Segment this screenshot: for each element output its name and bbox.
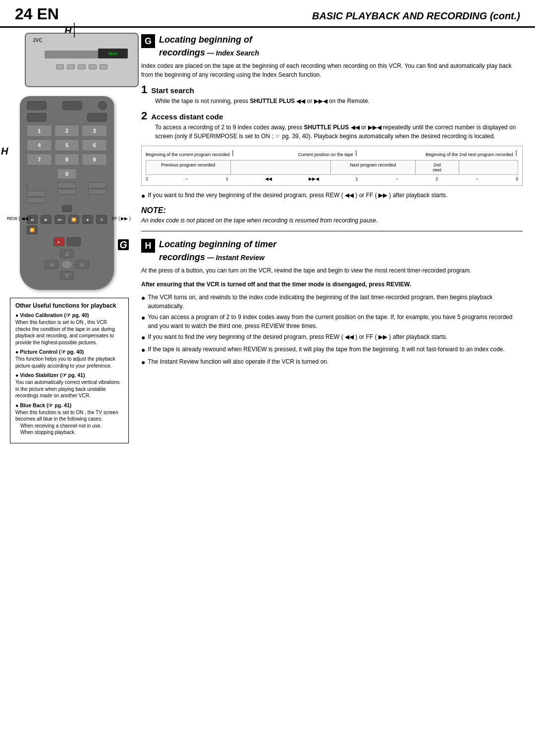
remote-num-2[interactable]: 2 xyxy=(54,125,80,137)
remote-top-btn-1 xyxy=(27,101,47,110)
sidebar-section-3: ● Video Stabilizer (☞ pg. 41) You can au… xyxy=(15,372,123,399)
prev-btn[interactable]: ⏪ xyxy=(68,215,79,224)
step-2-title: Access distant code xyxy=(151,112,223,121)
sidebar-section-1-body: When this function is set to ON , this V… xyxy=(15,319,123,346)
section-g-bullet1: ● If you want to find the very beginning… xyxy=(141,191,523,201)
remote-misc-btn[interactable] xyxy=(67,237,81,246)
remote-nav: △ ◁ ▷ ▽ xyxy=(27,249,107,280)
section-g-header: G Locating beginning of recordings — Ind… xyxy=(141,33,523,58)
vcr-button xyxy=(100,64,107,69)
remote-transport-buttons: ⏮ ▶ ⏭ ⏪ ■ ⏸ ⏩ xyxy=(27,215,107,234)
page-title: BASIC PLAYBACK AND RECORDING (cont.) xyxy=(312,10,520,22)
step-1-body: While the tape is not running, press SHU… xyxy=(141,97,523,106)
transport-wrapper: REW ( ◀◀ ) FF ( ▶▶ ) ⏮ ▶ ⏭ ⏪ ■ ⏸ ⏩ xyxy=(27,215,107,234)
page-number: 24 EN xyxy=(15,5,59,23)
section-h-bullet4: ● If the tape is already rewound when RE… xyxy=(141,345,523,355)
nav-center-btn[interactable] xyxy=(61,260,72,269)
remote-num-9[interactable]: 9 xyxy=(82,154,107,165)
section-g-intro: Index codes are placed on the tape at th… xyxy=(141,61,523,79)
section-g-title-block: Locating beginning of recordings — Index… xyxy=(159,33,259,58)
note-text: An index code is not placed on the tape … xyxy=(141,216,523,225)
sidebar-section-1-title: ● Video Calibration (☞ pg. 40) xyxy=(15,312,123,318)
page-header: 24 EN BASIC PLAYBACK AND RECORDING (cont… xyxy=(0,0,535,28)
remote-icon-btn[interactable] xyxy=(62,205,72,212)
remote-num-5[interactable]: 5 xyxy=(54,139,80,151)
remote-icon-row xyxy=(27,205,107,212)
section-g-heading: Locating beginning of xyxy=(159,33,259,46)
remote-fx-up[interactable] xyxy=(88,182,107,188)
remote-circle-btn xyxy=(98,101,107,110)
sidebar-section-4-item1: When receiving a channel not in use. xyxy=(15,423,123,430)
sidebar-section-4-item2: When stopping playback. xyxy=(15,429,123,436)
section-h-intro: At the press of a button, you can turn o… xyxy=(141,266,523,275)
remote-vol-row xyxy=(27,182,107,203)
remote-nav-row-2: ◁ ▷ xyxy=(45,260,89,269)
remote-control-wrapper: H 1 2 3 4 5 6 xyxy=(10,96,124,290)
step-1-number: 1 xyxy=(141,84,147,95)
section-h-heading2: recordings — Instant Review xyxy=(159,250,276,263)
vcr-display: 00:00 xyxy=(98,49,128,58)
tape-section-2nd: 2nd next xyxy=(416,161,459,174)
remote-zero-row: 0 xyxy=(27,168,107,179)
sidebar-section-1: ● Video Calibration (☞ pg. 40) When this… xyxy=(15,312,123,346)
remote-fx-down[interactable] xyxy=(88,189,107,195)
step-1-title: Start search xyxy=(151,86,194,95)
remote-ch-down[interactable] xyxy=(57,189,76,195)
sidebar-section-4-body: When this function is set to ON , the TV… xyxy=(15,409,123,423)
remote-control: 1 2 3 4 5 6 7 8 9 0 xyxy=(20,96,114,290)
tape-section-next: Next program recorded xyxy=(331,161,416,174)
remote-num-8[interactable]: 8 xyxy=(54,154,80,165)
sidebar-section-3-body: You can automatically correct vertical v… xyxy=(15,379,123,399)
record-btn[interactable]: ● xyxy=(54,237,64,246)
remote-vol-group-2 xyxy=(57,182,76,203)
remote-num-1[interactable]: 1 xyxy=(27,125,52,137)
remote-vol-group-3 xyxy=(88,182,107,203)
remote-nav-row-1: △ xyxy=(60,249,74,258)
diagram-label-2: Current position on the tape xyxy=(272,150,384,158)
remote-record-row: ● xyxy=(27,237,107,246)
remote-num-3[interactable]: 3 xyxy=(82,125,107,137)
remote-num-6[interactable]: 6 xyxy=(82,139,107,151)
remote-num-7[interactable]: 7 xyxy=(27,154,52,165)
nav-left-btn[interactable]: ◁ xyxy=(45,260,58,269)
tape-visual: Previous program recorded Next program r… xyxy=(146,160,518,175)
h-callout-line xyxy=(69,23,79,38)
section-g-heading2: recordings — Index Search xyxy=(159,46,259,58)
nav-down-btn[interactable]: ▽ xyxy=(60,271,74,280)
main-content: H JVC 00:00 H xyxy=(0,28,535,448)
g-label-remote: G xyxy=(118,239,129,250)
vcr-button xyxy=(56,64,64,69)
ff-btn[interactable]: ⏭ xyxy=(54,215,65,224)
vcr-device: JVC 00:00 xyxy=(25,33,139,87)
nav-up-btn[interactable]: △ xyxy=(60,249,74,258)
tape-section-current xyxy=(231,161,331,174)
remote-mid-buttons xyxy=(27,113,107,122)
remote-num-0[interactable]: 0 xyxy=(57,168,77,179)
diagram-numbers: 2 ← 1 ◀◀ ▶▶◀ 1 → 2 → 3 xyxy=(146,176,518,181)
tape-section-prev: Previous program recorded xyxy=(146,161,231,174)
section-h-bullet2: ● You can access a program of 2 to 9 ind… xyxy=(141,313,523,330)
step-2-header: 2 Access distant code xyxy=(141,110,523,121)
step-2: 2 Access distant code To access a record… xyxy=(141,110,523,141)
remote-top-buttons xyxy=(27,101,107,110)
remote-ch-up[interactable] xyxy=(57,182,76,188)
next-btn[interactable]: ⏩ xyxy=(27,225,38,234)
section-h-bullet1: ● The VCR turns on, and rewinds to the i… xyxy=(141,293,523,311)
section-h-header: H Locating beginning of timer recordings… xyxy=(141,237,523,263)
remote-num-4[interactable]: 4 xyxy=(27,139,52,151)
section-divider xyxy=(141,231,523,231)
remote-vol-up[interactable] xyxy=(27,191,46,197)
vcr-device-wrapper: H JVC 00:00 xyxy=(25,33,129,87)
remote-vol-down[interactable] xyxy=(27,197,46,203)
play-btn[interactable]: ▶ xyxy=(41,215,52,224)
vcr-button xyxy=(89,64,97,69)
nav-right-btn[interactable]: ▷ xyxy=(75,260,89,269)
right-column: G Locating beginning of recordings — Ind… xyxy=(134,28,535,448)
section-h-heading1: Locating beginning of timer xyxy=(159,237,276,250)
sidebar-section-4-title: ● Blue Back (☞ pg. 41) xyxy=(15,402,123,408)
section-h-bullets: ● The VCR turns on, and rewinds to the i… xyxy=(141,293,523,368)
remote-mid-btn-2 xyxy=(87,113,107,122)
stop-btn[interactable]: ■ xyxy=(82,215,93,224)
sidebar-box: Other Useful functions for playback ● Vi… xyxy=(10,298,129,443)
pause-btn[interactable]: ⏸ xyxy=(96,215,107,224)
